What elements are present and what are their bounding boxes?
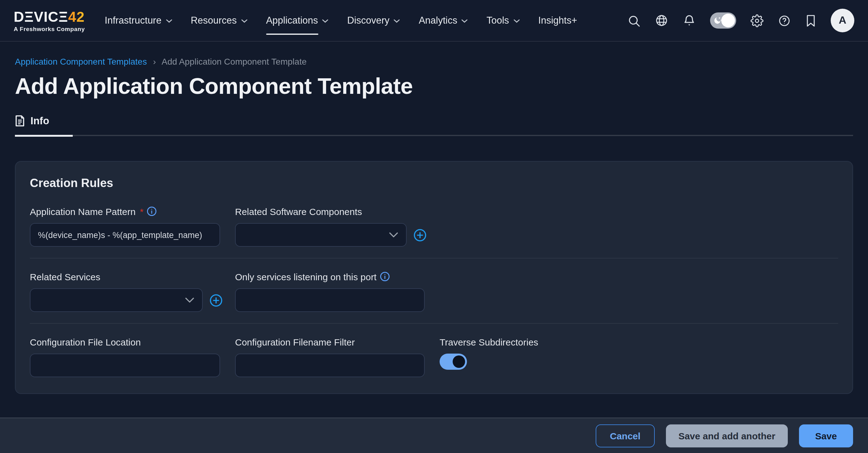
field-row-2: Related Services Only services listening… [30, 270, 838, 312]
config-file-location-label: Configuration File Location [30, 335, 235, 348]
bookmark-icon[interactable] [805, 14, 816, 27]
file-text-icon [15, 115, 25, 127]
breadcrumb: Application Component Templates › Add Ap… [15, 56, 853, 67]
chevron-down-icon [389, 232, 398, 238]
chevron-down-icon [462, 19, 468, 23]
config-filename-filter-input[interactable] [235, 354, 425, 377]
tab-divider [15, 135, 853, 137]
breadcrumb-separator: › [153, 57, 156, 66]
globe-icon[interactable] [655, 14, 669, 27]
chevron-down-icon [185, 297, 194, 303]
help-icon[interactable] [778, 14, 791, 27]
toggle-knob [453, 355, 465, 368]
logo-tagline: A Freshworks Company [14, 25, 85, 32]
save-and-add-another-button[interactable]: Save and add another [666, 424, 788, 447]
chevron-down-icon [394, 19, 400, 23]
active-nav-underline [266, 33, 319, 35]
add-service-button[interactable] [210, 294, 223, 307]
notifications-bell-icon[interactable] [683, 14, 696, 27]
nav-item-insights[interactable]: Insights+ [538, 0, 577, 41]
top-navbar: DΞVICΞ42 A Freshworks Company Infrastruc… [0, 0, 868, 42]
row-divider [30, 258, 838, 259]
info-icon[interactable] [147, 206, 157, 216]
nav-item-analytics[interactable]: Analytics [419, 0, 468, 41]
page-content: Application Component Templates › Add Ap… [0, 42, 868, 394]
required-asterisk: * [140, 206, 144, 217]
traverse-subdirectories-toggle[interactable] [440, 354, 467, 370]
port-filter-input[interactable] [235, 288, 425, 312]
application-name-pattern-input[interactable] [30, 223, 220, 247]
traverse-subdirectories-label: Traverse Subdirectories [440, 335, 838, 348]
nav-item-discovery[interactable]: Discovery [347, 0, 400, 41]
tab-info[interactable]: Info [15, 115, 50, 135]
info-icon[interactable] [380, 271, 390, 282]
navbar-actions: A [627, 9, 854, 32]
logo-wordmark: DΞVICΞ42 [14, 9, 85, 24]
config-file-location-input[interactable] [30, 354, 220, 377]
related-software-components-label: Related Software Components [235, 205, 440, 218]
chevron-down-icon [241, 19, 247, 23]
creation-rules-card: Creation Rules Application Name Pattern … [15, 161, 853, 394]
nav-item-resources[interactable]: Resources [191, 0, 247, 41]
breadcrumb-link-templates[interactable]: Application Component Templates [15, 57, 147, 66]
add-software-component-button[interactable] [413, 228, 427, 241]
main-menu: Infrastructure Resources Applications Di… [105, 0, 577, 41]
nav-item-tools[interactable]: Tools [487, 0, 520, 41]
chevron-down-icon [513, 19, 520, 23]
active-tab-underline [15, 135, 73, 137]
cancel-button[interactable]: Cancel [596, 424, 655, 447]
config-filename-filter-label: Configuration Filename Filter [235, 335, 440, 348]
tab-info-label: Info [30, 115, 50, 127]
breadcrumb-current: Add Application Component Template [162, 57, 307, 66]
user-avatar[interactable]: A [831, 9, 854, 32]
page-title: Add Application Component Template [15, 73, 853, 100]
application-name-pattern-label: Application Name Pattern * [30, 205, 235, 218]
nav-item-infrastructure[interactable]: Infrastructure [105, 0, 172, 41]
settings-gear-icon[interactable] [750, 14, 764, 27]
device42-logo[interactable]: DΞVICΞ42 A Freshworks Company [14, 9, 85, 32]
chevron-down-icon [322, 19, 329, 23]
save-button[interactable]: Save [799, 424, 853, 447]
action-footer: Cancel Save and add another Save [0, 418, 868, 453]
search-icon[interactable] [627, 14, 641, 27]
related-services-label: Related Services [30, 270, 235, 283]
card-heading: Creation Rules [30, 176, 838, 190]
field-row-1: Application Name Pattern * Related Softw… [30, 205, 838, 247]
port-filter-label: Only services listening on this port [235, 270, 440, 283]
chevron-down-icon [166, 19, 172, 23]
related-services-select[interactable] [30, 288, 203, 312]
theme-toggle-knob [721, 14, 735, 27]
field-row-3: Configuration File Location Configuratio… [30, 335, 838, 377]
nav-item-applications[interactable]: Applications [266, 0, 329, 41]
related-software-components-select[interactable] [235, 223, 407, 247]
tab-bar: Info [15, 115, 853, 137]
theme-toggle[interactable] [710, 12, 736, 29]
row-divider [30, 323, 838, 324]
